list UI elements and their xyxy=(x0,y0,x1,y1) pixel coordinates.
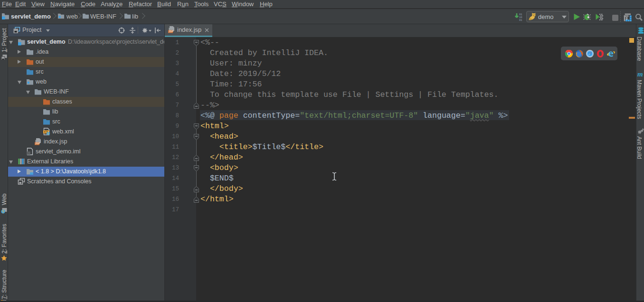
svg-text:JSP: JSP xyxy=(169,30,174,33)
svg-text:JSP: JSP xyxy=(35,142,40,145)
svg-text:01: 01 xyxy=(519,19,522,22)
svg-text:m: m xyxy=(637,70,643,78)
